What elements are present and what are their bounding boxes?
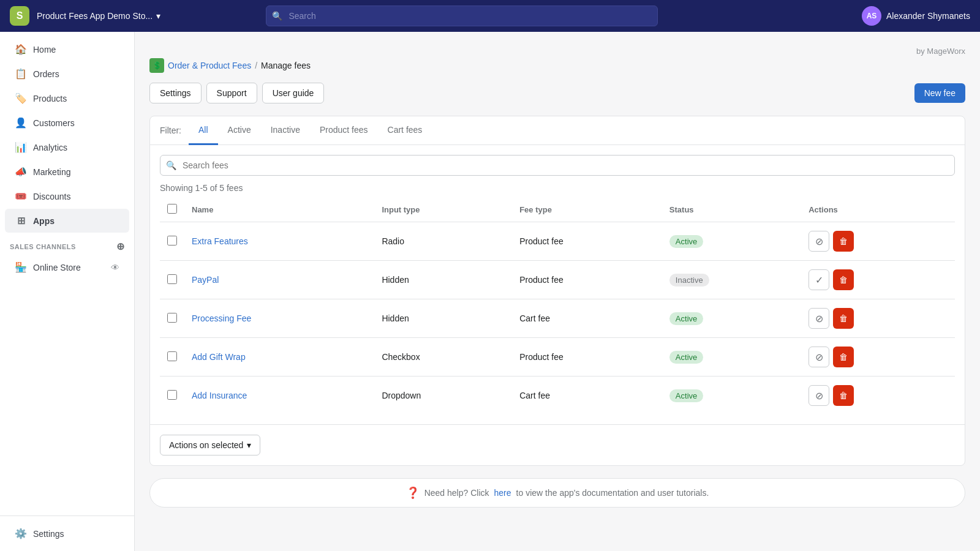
row-status: Active [662, 299, 801, 338]
apps-icon: ⊞ [15, 215, 27, 227]
table-row: Add Gift Wrap Checkbox Product fee Activ… [160, 338, 955, 377]
breadcrumb-separator: / [255, 61, 257, 70]
sidebar-item-discounts[interactable]: 🎟️ Discounts [5, 184, 129, 208]
sidebar-item-label: Settings [33, 529, 64, 539]
row-name: Add Insurance [184, 377, 374, 415]
select-all-header [160, 198, 184, 222]
sidebar-item-analytics[interactable]: 📊 Analytics [5, 135, 129, 159]
sidebar-item-label: Discounts [33, 192, 70, 201]
store-selector[interactable]: Product Fees App Demo Sto... ▾ [37, 11, 160, 21]
new-fee-button[interactable]: New fee [914, 83, 965, 103]
edit-button[interactable]: ✓ [809, 269, 829, 290]
delete-button[interactable]: 🗑 [833, 347, 854, 367]
actions-selected-wrap: Actions on selected ▾ [150, 424, 965, 465]
row-status: Active [662, 377, 801, 415]
home-icon: 🏠 [15, 43, 27, 55]
edit-button[interactable]: ⊘ [809, 231, 829, 252]
select-all-checkbox[interactable] [167, 204, 177, 214]
shopify-logo: S [10, 6, 29, 26]
help-link[interactable]: here [494, 488, 511, 498]
delete-button[interactable]: 🗑 [833, 231, 854, 252]
search-fees-input[interactable] [160, 155, 955, 176]
header-buttons: Settings Support User guide [149, 83, 324, 103]
row-name: Add Gift Wrap [184, 338, 374, 377]
fee-name-link[interactable]: Processing Fee [192, 313, 251, 323]
row-checkbox-cell [160, 299, 184, 338]
row-status: Active [662, 338, 801, 377]
chevron-down-icon: ▾ [156, 11, 160, 21]
sidebar-item-apps[interactable]: ⊞ Apps [5, 209, 129, 233]
row-name: Extra Features [184, 222, 374, 261]
sidebar-item-settings[interactable]: ⚙️ Settings [5, 522, 129, 545]
sidebar-item-label: Apps [33, 216, 55, 226]
row-actions: ⊘ 🗑 [801, 299, 955, 338]
row-actions: ⊘ 🗑 [801, 338, 955, 377]
filter-tab-cart-fees[interactable]: Cart fees [378, 116, 432, 145]
sidebar-item-label: Online Store [33, 263, 81, 272]
fee-name-link[interactable]: Extra Features [192, 236, 248, 246]
delete-button[interactable]: 🗑 [833, 385, 854, 406]
sidebar-item-online-store[interactable]: 🏪 Online Store 👁 [5, 255, 129, 279]
card-body: 🔍 Showing 1-5 of 5 fees Name Input type … [150, 145, 965, 424]
support-button[interactable]: Support [206, 83, 257, 103]
breadcrumb-parent[interactable]: Order & Product Fees [168, 61, 251, 70]
row-input-type: Dropdown [374, 377, 512, 415]
row-checkbox[interactable] [167, 351, 177, 361]
app-icon: 💲 [149, 58, 164, 73]
add-sales-channel-button[interactable]: ⊕ [116, 241, 125, 252]
status-header: Status [662, 198, 801, 222]
user-guide-button[interactable]: User guide [262, 83, 325, 103]
search-icon: 🔍 [166, 160, 176, 170]
fee-name-link[interactable]: Add Gift Wrap [192, 352, 246, 362]
orders-icon: 📋 [15, 68, 27, 80]
status-badge: Active [669, 389, 703, 402]
sidebar-item-orders[interactable]: 📋 Orders [5, 62, 129, 86]
input-type-header: Input type [374, 198, 512, 222]
row-checkbox[interactable] [167, 236, 177, 246]
eye-icon: 👁 [111, 263, 119, 272]
row-checkbox-cell [160, 338, 184, 377]
table-row: Processing Fee Hidden Cart fee Active ⊘ … [160, 299, 955, 338]
filter-tab-inactive[interactable]: Inactive [261, 116, 310, 145]
analytics-icon: 📊 [15, 141, 27, 153]
delete-button[interactable]: 🗑 [833, 269, 854, 290]
search-bar: 🔍 [160, 155, 955, 176]
row-input-type: Radio [374, 222, 512, 261]
fee-type-header: Fee type [512, 198, 662, 222]
help-icon: ❓ [406, 486, 420, 500]
global-search-input[interactable] [266, 6, 658, 26]
filter-tab-active[interactable]: Active [218, 116, 261, 145]
actions-on-selected-button[interactable]: Actions on selected ▾ [160, 435, 260, 455]
row-name: Processing Fee [184, 299, 374, 338]
sidebar-item-customers[interactable]: 👤 Customers [5, 111, 129, 135]
settings-button[interactable]: Settings [149, 83, 202, 103]
edit-button[interactable]: ⊘ [809, 385, 829, 406]
delete-button[interactable]: 🗑 [833, 308, 854, 329]
sidebar-item-products[interactable]: 🏷️ Products [5, 86, 129, 110]
row-fee-type: Product fee [512, 338, 662, 377]
fee-name-link[interactable]: Add Insurance [192, 391, 247, 400]
row-fee-type: Cart fee [512, 299, 662, 338]
sidebar-item-label: Analytics [33, 143, 67, 152]
row-fee-type: Product fee [512, 261, 662, 299]
filter-tabs: Filter: All Active Inactive Product fees… [150, 116, 965, 145]
breadcrumb-current: Manage fees [261, 61, 311, 70]
chevron-down-icon: ▾ [247, 440, 251, 450]
filter-tab-all[interactable]: All [189, 116, 218, 145]
fee-name-link[interactable]: PayPal [192, 275, 219, 285]
row-checkbox[interactable] [167, 390, 177, 400]
sidebar-item-home[interactable]: 🏠 Home [5, 37, 129, 61]
products-icon: 🏷️ [15, 92, 27, 104]
filter-tab-product-fees[interactable]: Product fees [310, 116, 378, 145]
row-input-type: Checkbox [374, 338, 512, 377]
row-checkbox[interactable] [167, 274, 177, 284]
row-checkbox[interactable] [167, 313, 177, 323]
row-status: Inactive [662, 261, 801, 299]
user-menu[interactable]: AS Alexander Shymanets [862, 6, 970, 26]
sidebar-item-marketing[interactable]: 📣 Marketing [5, 160, 129, 184]
sidebar-item-label: Orders [33, 69, 59, 79]
help-bar: ❓ Need help? Click here to view the app'… [149, 478, 965, 508]
help-text: Need help? Click [424, 488, 489, 498]
edit-button[interactable]: ⊘ [809, 347, 829, 367]
edit-button[interactable]: ⊘ [809, 308, 829, 329]
